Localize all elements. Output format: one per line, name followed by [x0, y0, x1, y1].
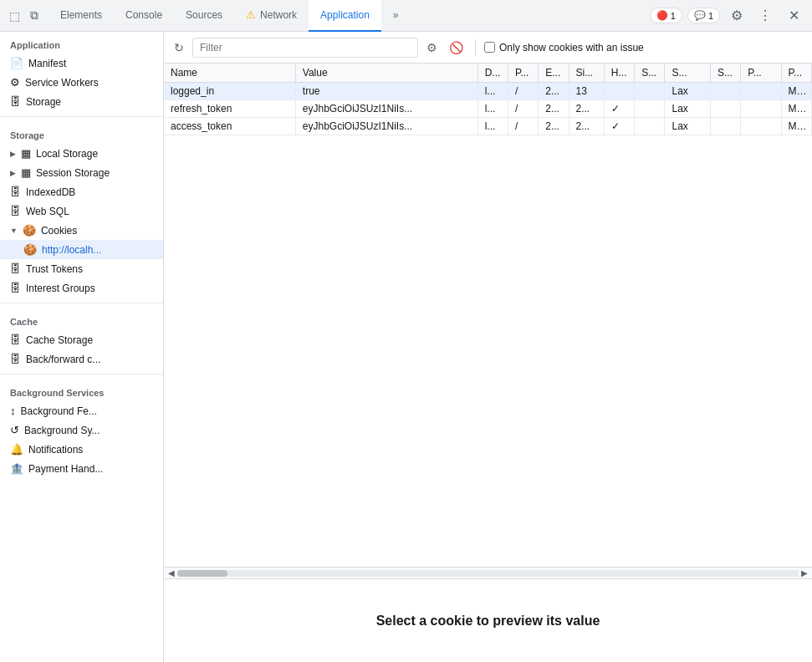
sidebar-item-indexeddb[interactable]: 🗄 IndexedDB	[0, 182, 163, 201]
settings-button[interactable]: ⚙	[725, 4, 748, 28]
sidebar-item-local-storage[interactable]: ▶ ▦ Local Storage	[0, 144, 163, 163]
bg-sync-label: Background Sy...	[24, 425, 100, 436]
cell-si: 13	[569, 83, 604, 100]
tab-more[interactable]: »	[381, 0, 411, 32]
indexeddb-label: IndexedDB	[26, 186, 75, 198]
col-header-name[interactable]: Name	[164, 64, 295, 83]
refresh-button[interactable]: ↻	[171, 39, 187, 56]
scrollbar-track[interactable]	[177, 570, 799, 577]
sidebar-item-notifications[interactable]: 🔔 Notifications	[0, 440, 163, 459]
col-header-s1[interactable]: S...	[635, 64, 665, 83]
sidebar-item-bg-fetch[interactable]: ↕ Background Fe...	[0, 401, 163, 420]
filter-input[interactable]	[192, 38, 418, 58]
tab-console[interactable]: Console	[114, 0, 174, 32]
sidebar-item-service-workers[interactable]: ⚙ Service Workers	[0, 73, 163, 92]
col-header-s3[interactable]: S...	[710, 64, 740, 83]
sidebar-item-web-sql[interactable]: 🗄 Web SQL	[0, 201, 163, 221]
error-badge-button[interactable]: 🔴 1	[650, 8, 682, 23]
col-header-p3[interactable]: P...	[781, 64, 811, 83]
back-forward-label: Back/forward c...	[26, 354, 100, 365]
cell-d: l...	[477, 100, 508, 118]
sidebar-item-interest-groups[interactable]: 🗄 Interest Groups	[0, 278, 163, 298]
sidebar-item-trust-tokens[interactable]: 🗄 Trust Tokens	[0, 259, 163, 278]
tab-sources-label: Sources	[186, 9, 222, 21]
table-row[interactable]: access_tokeneyJhbGciOiJSUzI1NiIs...l.../…	[164, 118, 812, 135]
sidebar-item-manifest[interactable]: 📄 Manifest	[0, 53, 163, 73]
main-area: Application 📄 Manifest ⚙ Service Workers…	[0, 32, 812, 662]
table-row[interactable]: logged_intruel.../2...13LaxM...	[164, 83, 812, 100]
divider-1	[0, 116, 163, 117]
sidebar-item-bg-sync[interactable]: ↺ Background Sy...	[0, 420, 163, 440]
interest-groups-icon: 🗄	[10, 282, 21, 294]
issue-filter-label[interactable]: Only show cookies with an issue	[484, 42, 644, 53]
cell-d: l...	[477, 118, 508, 135]
table-row[interactable]: refresh_tokeneyJhbGciOiJSUzI1NiIs...l...…	[164, 100, 812, 118]
tab-elements-label: Elements	[60, 9, 102, 21]
tab-application[interactable]: Application	[309, 0, 381, 32]
cookie-settings-button[interactable]: ⚙	[423, 39, 441, 56]
more-button[interactable]: ⋮	[753, 4, 777, 28]
scroll-left-icon[interactable]: ◀	[166, 568, 177, 578]
info-count: 1	[708, 11, 713, 21]
cache-storage-icon: 🗄	[10, 334, 21, 346]
tab-sources[interactable]: Sources	[174, 0, 234, 32]
scrollbar-thumb[interactable]	[177, 570, 227, 577]
indexeddb-icon: 🗄	[10, 186, 21, 198]
devtools-icon-2[interactable]: ⧉	[27, 8, 42, 23]
cell-p: /	[508, 100, 538, 118]
sidebar-item-cookies-url[interactable]: 🍪 http://localh...	[0, 240, 163, 259]
cell-s1	[635, 118, 665, 135]
col-header-p[interactable]: P...	[508, 64, 538, 83]
web-sql-label: Web SQL	[26, 206, 69, 217]
tab-network[interactable]: ⚠ Network	[234, 0, 309, 32]
error-icon: 🔴	[656, 10, 668, 21]
delete-button[interactable]: 🚫	[446, 39, 467, 56]
cell-p2	[741, 100, 781, 118]
cell-h: ✓	[604, 100, 634, 118]
cookies-table-container[interactable]: Name Value D... P... E... Si... H... S..…	[164, 64, 812, 567]
cell-value: eyJhbGciOiJSUzI1NiIs...	[295, 100, 477, 118]
sidebar: Application 📄 Manifest ⚙ Service Workers…	[0, 32, 164, 662]
cookies-url-icon: 🍪	[23, 243, 37, 256]
col-header-d[interactable]: D...	[477, 64, 508, 83]
local-storage-label: Local Storage	[36, 148, 98, 160]
cookies-url-label: http://localh...	[42, 244, 101, 256]
col-header-h[interactable]: H...	[604, 64, 634, 83]
sidebar-item-cookies[interactable]: ▼ 🍪 Cookies	[0, 221, 163, 240]
sidebar-item-storage-top[interactable]: 🗄 Storage	[0, 92, 163, 111]
cookies-table: Name Value D... P... E... Si... H... S..…	[164, 64, 812, 135]
cell-h: ✓	[604, 118, 634, 135]
tab-elements[interactable]: Elements	[49, 0, 114, 32]
sidebar-item-payment-handler[interactable]: 🏦 Payment Hand...	[0, 459, 163, 478]
col-header-e[interactable]: E...	[539, 64, 569, 83]
cell-p2	[741, 83, 781, 100]
manifest-icon: 📄	[10, 57, 23, 69]
service-worker-icon: ⚙	[10, 76, 20, 89]
sidebar-item-back-forward[interactable]: 🗄 Back/forward c...	[0, 349, 163, 369]
cell-name: access_token	[164, 118, 295, 135]
col-header-si[interactable]: Si...	[569, 64, 604, 83]
info-badge-button[interactable]: 💬 1	[687, 8, 720, 23]
cell-e: 2...	[539, 118, 569, 135]
preview-text: Select a cookie to preview its value	[376, 614, 600, 629]
cookies-icon: 🍪	[23, 224, 36, 237]
cell-s2: Lax	[665, 100, 710, 118]
close-button[interactable]: ✕	[782, 4, 805, 28]
divider-2	[0, 303, 163, 303]
cell-si: 2...	[569, 118, 604, 135]
cell-p3: M...	[781, 118, 811, 135]
sidebar-item-session-storage[interactable]: ▶ ▦ Session Storage	[0, 163, 163, 182]
scroll-right-icon[interactable]: ▶	[799, 568, 810, 578]
cell-s3	[710, 83, 740, 100]
cell-p2	[741, 118, 781, 135]
tab-more-label: »	[393, 9, 399, 21]
sidebar-item-cache-storage[interactable]: 🗄 Cache Storage	[0, 330, 163, 349]
devtools-icon-1[interactable]: ⬚	[7, 8, 22, 23]
col-header-p2[interactable]: P...	[741, 64, 781, 83]
col-header-value[interactable]: Value	[295, 64, 477, 83]
horizontal-scrollbar[interactable]: ◀ ▶	[164, 567, 812, 578]
cell-e: 2...	[539, 83, 569, 100]
bg-fetch-label: Background Fe...	[21, 405, 97, 417]
issue-filter-checkbox[interactable]	[484, 42, 495, 53]
col-header-s2[interactable]: S...	[665, 64, 710, 83]
